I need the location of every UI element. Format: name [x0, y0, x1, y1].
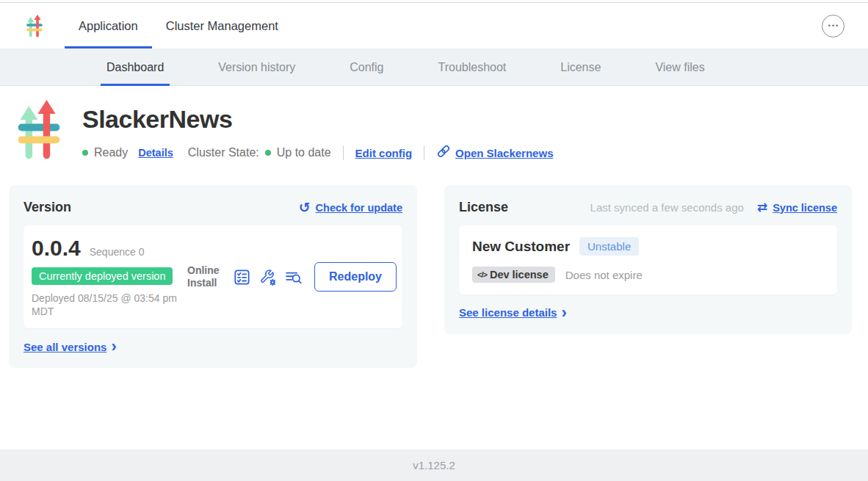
customer-name: New Customer — [472, 239, 570, 255]
divider — [343, 145, 344, 160]
code-icon: </> — [477, 270, 487, 279]
page-title: SlackerNews — [82, 105, 553, 134]
see-all-versions-row[interactable]: See all versions › — [23, 340, 402, 353]
subnav-item-license[interactable]: License — [554, 49, 607, 85]
channel-badge: Unstable — [579, 237, 639, 256]
app-logo-icon[interactable] — [24, 3, 45, 48]
deployed-status-badge: Currently deployed version — [32, 267, 173, 285]
see-license-details-row[interactable]: See license details › — [459, 306, 837, 319]
deployed-timestamp: Deployed 08/15/25 @ 03:54 pm MDT — [32, 292, 187, 318]
subnav-item-view-files[interactable]: View files — [649, 49, 710, 85]
see-license-details-link[interactable]: See license details — [459, 306, 557, 319]
main-nav-tabs: Application Cluster Management — [65, 3, 292, 48]
chevron-right-icon: › — [111, 340, 116, 353]
license-type-badge: </> Dev license — [472, 267, 555, 283]
app-status-dot — [82, 150, 88, 156]
chevron-right-icon: › — [561, 306, 566, 319]
subnav-item-dashboard[interactable]: Dashboard — [101, 49, 170, 85]
app-header: SlackerNews Ready Details Cluster State:… — [0, 86, 868, 162]
license-type-label: Dev license — [490, 269, 549, 281]
cluster-state-dot — [265, 150, 271, 156]
license-card-title: License — [459, 200, 508, 215]
license-expiry: Does not expire — [565, 269, 643, 281]
tab-cluster-management[interactable]: Cluster Management — [152, 3, 292, 48]
deploy-logs-icon[interactable] — [284, 268, 303, 286]
subnav-item-troubleshoot[interactable]: Troubleshoot — [432, 49, 512, 85]
app-subnav: Dashboard Version history Config Trouble… — [0, 49, 868, 86]
edit-config-link[interactable]: Edit config — [355, 147, 413, 159]
license-card: License Last synced a few seconds ago ⇄ … — [444, 185, 852, 334]
console-version: v1.125.2 — [413, 459, 455, 471]
link-chain-icon — [436, 144, 451, 162]
current-version-panel: 0.0.4 Sequence 0 Currently deployed vers… — [23, 225, 402, 328]
check-for-update-link[interactable]: Check for update — [316, 202, 402, 214]
cluster-state-label: Cluster State: — [188, 146, 259, 159]
subnav-item-config[interactable]: Config — [344, 49, 389, 85]
sync-license-group[interactable]: ⇄ Sync license — [757, 201, 837, 214]
tab-application[interactable]: Application — [65, 3, 152, 48]
refresh-icon: ↺ — [299, 200, 311, 214]
preflight-checks-icon[interactable] — [233, 268, 251, 286]
redeploy-button[interactable]: Redeploy — [314, 262, 397, 292]
sync-license-link[interactable]: Sync license — [773, 202, 837, 214]
check-update-group[interactable]: ↺ Check for update — [299, 200, 402, 214]
last-synced-label: Last synced a few seconds ago — [590, 201, 744, 214]
subnav-item-version-history[interactable]: Version history — [212, 49, 301, 85]
app-status-row: Ready Details Cluster State: Up to date … — [82, 144, 553, 162]
version-card-title: Version — [23, 200, 71, 215]
details-link[interactable]: Details — [138, 147, 173, 159]
open-app-link[interactable]: Open Slackernews — [455, 147, 553, 159]
divider — [424, 145, 424, 160]
overflow-menu-button[interactable]: ••• — [822, 15, 845, 37]
version-number: 0.0.4 — [32, 236, 81, 261]
app-icon — [15, 98, 63, 162]
console-footer: v1.125.2 — [0, 449, 868, 481]
ellipsis-icon: ••• — [828, 22, 839, 29]
sequence-label: Sequence 0 — [90, 246, 145, 258]
license-detail-panel: New Customer Unstable </> Dev license Do… — [459, 225, 837, 294]
install-type-label: Online Install — [187, 264, 225, 290]
app-status-label: Ready — [94, 146, 128, 159]
dashboard-cards: Version ↺ Check for update 0.0.4 Sequenc… — [9, 185, 859, 368]
cluster-state-value: Up to date — [277, 146, 331, 159]
see-all-versions-link[interactable]: See all versions — [23, 341, 106, 353]
version-card: Version ↺ Check for update 0.0.4 Sequenc… — [9, 185, 417, 368]
edit-config-wrench-icon[interactable] — [258, 268, 277, 286]
sync-icon: ⇄ — [757, 201, 767, 214]
open-app-link-group[interactable]: Open Slackernews — [436, 144, 553, 162]
main-nav: Application Cluster Management ••• — [0, 3, 868, 49]
